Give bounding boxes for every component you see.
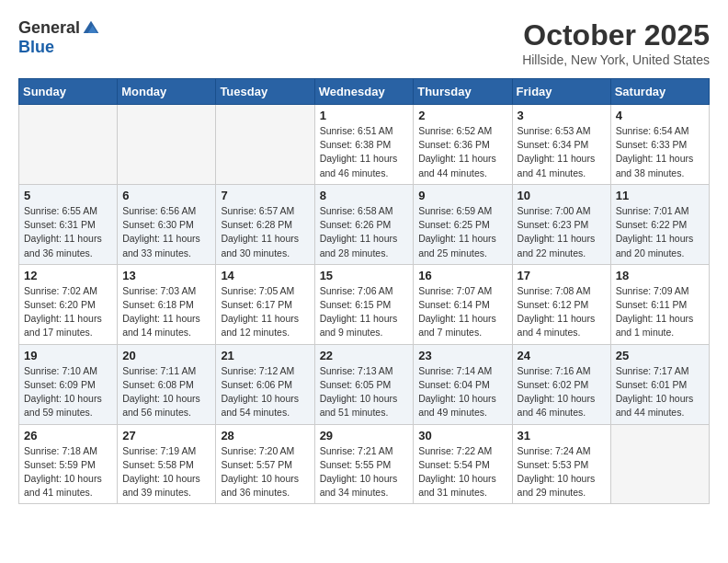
calendar-cell: 8Sunrise: 6:58 AM Sunset: 6:26 PM Daylig… xyxy=(314,184,414,264)
calendar-cell: 20Sunrise: 7:11 AM Sunset: 6:08 PM Dayli… xyxy=(118,344,216,424)
day-number: 22 xyxy=(320,349,409,362)
day-info: Sunrise: 7:00 AM Sunset: 6:23 PM Dayligh… xyxy=(518,204,606,260)
location: Hillside, New York, United States xyxy=(522,52,710,67)
day-info: Sunrise: 7:12 AM Sunset: 6:06 PM Dayligh… xyxy=(221,364,309,420)
day-number: 1 xyxy=(320,109,409,122)
calendar-cell: 16Sunrise: 7:07 AM Sunset: 6:14 PM Dayli… xyxy=(414,264,512,344)
day-number: 19 xyxy=(24,349,112,362)
logo: General Blue xyxy=(18,18,100,57)
day-info: Sunrise: 7:20 AM Sunset: 5:57 PM Dayligh… xyxy=(221,444,309,500)
day-number: 29 xyxy=(320,429,409,442)
calendar-cell: 14Sunrise: 7:05 AM Sunset: 6:17 PM Dayli… xyxy=(216,264,314,344)
day-info: Sunrise: 7:02 AM Sunset: 6:20 PM Dayligh… xyxy=(24,284,112,340)
calendar-cell: 2Sunrise: 6:52 AM Sunset: 6:36 PM Daylig… xyxy=(414,105,512,185)
calendar-cell: 21Sunrise: 7:12 AM Sunset: 6:06 PM Dayli… xyxy=(216,344,314,424)
day-number: 18 xyxy=(616,269,704,282)
calendar-cell: 28Sunrise: 7:20 AM Sunset: 5:57 PM Dayli… xyxy=(216,424,314,504)
weekday-header: Sunday xyxy=(19,79,118,105)
weekday-header: Monday xyxy=(118,79,216,105)
day-info: Sunrise: 7:08 AM Sunset: 6:12 PM Dayligh… xyxy=(518,284,606,340)
calendar-week-row: 5Sunrise: 6:55 AM Sunset: 6:31 PM Daylig… xyxy=(19,184,710,264)
day-number: 10 xyxy=(518,189,606,202)
day-number: 12 xyxy=(24,269,112,282)
logo-blue-text: Blue xyxy=(18,38,54,57)
day-info: Sunrise: 6:58 AM Sunset: 6:26 PM Dayligh… xyxy=(320,204,409,260)
day-info: Sunrise: 7:01 AM Sunset: 6:22 PM Dayligh… xyxy=(616,204,704,260)
day-number: 14 xyxy=(221,269,309,282)
calendar-cell xyxy=(610,424,709,504)
calendar-week-row: 26Sunrise: 7:18 AM Sunset: 5:59 PM Dayli… xyxy=(19,424,710,504)
day-info: Sunrise: 6:54 AM Sunset: 6:33 PM Dayligh… xyxy=(616,124,704,180)
day-number: 24 xyxy=(518,349,606,362)
day-info: Sunrise: 7:03 AM Sunset: 6:18 PM Dayligh… xyxy=(122,284,210,340)
calendar-cell xyxy=(19,105,118,185)
day-number: 21 xyxy=(221,349,309,362)
weekday-header: Tuesday xyxy=(216,79,314,105)
calendar-cell: 4Sunrise: 6:54 AM Sunset: 6:33 PM Daylig… xyxy=(610,105,709,185)
day-info: Sunrise: 7:06 AM Sunset: 6:15 PM Dayligh… xyxy=(320,284,409,340)
calendar-week-row: 19Sunrise: 7:10 AM Sunset: 6:09 PM Dayli… xyxy=(19,344,710,424)
day-info: Sunrise: 6:56 AM Sunset: 6:30 PM Dayligh… xyxy=(122,204,210,260)
day-info: Sunrise: 7:10 AM Sunset: 6:09 PM Dayligh… xyxy=(24,364,112,420)
day-info: Sunrise: 7:14 AM Sunset: 6:04 PM Dayligh… xyxy=(418,364,506,420)
calendar-cell: 30Sunrise: 7:22 AM Sunset: 5:54 PM Dayli… xyxy=(414,424,512,504)
day-info: Sunrise: 6:57 AM Sunset: 6:28 PM Dayligh… xyxy=(221,204,309,260)
calendar-week-row: 12Sunrise: 7:02 AM Sunset: 6:20 PM Dayli… xyxy=(19,264,710,344)
day-info: Sunrise: 7:16 AM Sunset: 6:02 PM Dayligh… xyxy=(518,364,606,420)
calendar-cell: 26Sunrise: 7:18 AM Sunset: 5:59 PM Dayli… xyxy=(19,424,118,504)
weekday-header: Wednesday xyxy=(314,79,414,105)
day-number: 5 xyxy=(24,189,112,202)
calendar-cell: 5Sunrise: 6:55 AM Sunset: 6:31 PM Daylig… xyxy=(19,184,118,264)
day-info: Sunrise: 7:07 AM Sunset: 6:14 PM Dayligh… xyxy=(418,284,506,340)
day-info: Sunrise: 7:09 AM Sunset: 6:11 PM Dayligh… xyxy=(616,284,704,340)
day-info: Sunrise: 7:17 AM Sunset: 6:01 PM Dayligh… xyxy=(616,364,704,420)
day-info: Sunrise: 7:22 AM Sunset: 5:54 PM Dayligh… xyxy=(418,444,506,500)
day-info: Sunrise: 7:18 AM Sunset: 5:59 PM Dayligh… xyxy=(24,444,112,500)
calendar-cell: 27Sunrise: 7:19 AM Sunset: 5:58 PM Dayli… xyxy=(118,424,216,504)
day-info: Sunrise: 6:53 AM Sunset: 6:34 PM Dayligh… xyxy=(518,124,606,180)
day-number: 11 xyxy=(616,189,704,202)
calendar-cell: 6Sunrise: 6:56 AM Sunset: 6:30 PM Daylig… xyxy=(118,184,216,264)
day-number: 27 xyxy=(122,429,210,442)
calendar-cell xyxy=(216,105,314,185)
calendar-cell: 15Sunrise: 7:06 AM Sunset: 6:15 PM Dayli… xyxy=(314,264,414,344)
day-number: 23 xyxy=(418,349,506,362)
logo-general-text: General xyxy=(18,18,80,38)
calendar-cell: 25Sunrise: 7:17 AM Sunset: 6:01 PM Dayli… xyxy=(610,344,709,424)
calendar-cell: 13Sunrise: 7:03 AM Sunset: 6:18 PM Dayli… xyxy=(118,264,216,344)
day-number: 7 xyxy=(221,189,309,202)
day-info: Sunrise: 6:55 AM Sunset: 6:31 PM Dayligh… xyxy=(24,204,112,260)
calendar-table: SundayMondayTuesdayWednesdayThursdayFrid… xyxy=(18,78,710,504)
day-info: Sunrise: 6:59 AM Sunset: 6:25 PM Dayligh… xyxy=(418,204,506,260)
day-number: 26 xyxy=(24,429,112,442)
calendar-cell: 23Sunrise: 7:14 AM Sunset: 6:04 PM Dayli… xyxy=(414,344,512,424)
calendar-cell: 7Sunrise: 6:57 AM Sunset: 6:28 PM Daylig… xyxy=(216,184,314,264)
weekday-header: Friday xyxy=(512,79,610,105)
calendar-header-row: SundayMondayTuesdayWednesdayThursdayFrid… xyxy=(19,79,710,105)
day-number: 6 xyxy=(122,189,210,202)
calendar-cell: 17Sunrise: 7:08 AM Sunset: 6:12 PM Dayli… xyxy=(512,264,610,344)
calendar-cell: 31Sunrise: 7:24 AM Sunset: 5:53 PM Dayli… xyxy=(512,424,610,504)
day-number: 9 xyxy=(418,189,506,202)
calendar-cell xyxy=(118,105,216,185)
calendar-cell: 22Sunrise: 7:13 AM Sunset: 6:05 PM Dayli… xyxy=(314,344,414,424)
day-number: 30 xyxy=(418,429,506,442)
day-number: 31 xyxy=(518,429,606,442)
day-number: 15 xyxy=(320,269,409,282)
day-number: 20 xyxy=(122,349,210,362)
calendar-cell: 19Sunrise: 7:10 AM Sunset: 6:09 PM Dayli… xyxy=(19,344,118,424)
calendar-cell: 24Sunrise: 7:16 AM Sunset: 6:02 PM Dayli… xyxy=(512,344,610,424)
day-number: 2 xyxy=(418,109,506,122)
calendar-week-row: 1Sunrise: 6:51 AM Sunset: 6:38 PM Daylig… xyxy=(19,105,710,185)
page-header: General Blue October 2025 Hillside, New … xyxy=(18,18,710,67)
day-number: 25 xyxy=(616,349,704,362)
day-number: 28 xyxy=(221,429,309,442)
calendar-cell: 9Sunrise: 6:59 AM Sunset: 6:25 PM Daylig… xyxy=(414,184,512,264)
day-info: Sunrise: 7:21 AM Sunset: 5:55 PM Dayligh… xyxy=(320,444,409,500)
calendar-cell: 12Sunrise: 7:02 AM Sunset: 6:20 PM Dayli… xyxy=(19,264,118,344)
day-info: Sunrise: 6:51 AM Sunset: 6:38 PM Dayligh… xyxy=(320,124,409,180)
title-block: October 2025 Hillside, New York, United … xyxy=(522,18,710,67)
logo-icon xyxy=(82,19,100,38)
day-number: 17 xyxy=(518,269,606,282)
calendar-cell: 1Sunrise: 6:51 AM Sunset: 6:38 PM Daylig… xyxy=(314,105,414,185)
